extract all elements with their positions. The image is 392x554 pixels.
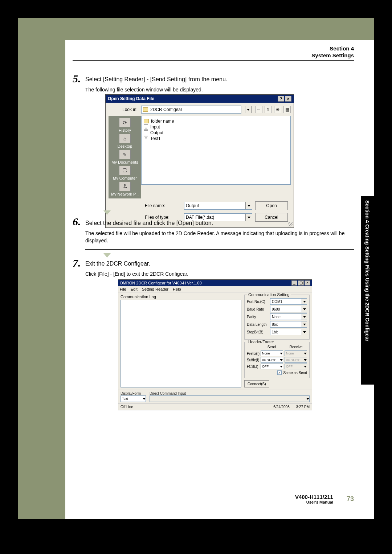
- computer-icon: 🖵: [119, 166, 131, 175]
- communication-log-label: Communication Log: [121, 295, 241, 299]
- step-number: 6.: [73, 216, 81, 228]
- step-title: Select [Setting Reader] - [Send Setting]…: [85, 76, 354, 83]
- step-5: 5. Select [Setting Reader] - [Send Setti…: [85, 76, 354, 94]
- status-connection: Off Line: [121, 405, 133, 409]
- page-footer: V400-H111/211 User's Manual 73: [295, 493, 354, 504]
- close-button[interactable]: ×: [305, 280, 310, 286]
- step-description: The following file selection window will…: [85, 86, 354, 94]
- stop-bit-select[interactable]: 1bit: [270, 329, 307, 335]
- manual-label: User's Manual: [295, 500, 333, 504]
- step-7: 7. Exit the 2DCR Configear. Click [File]…: [85, 260, 354, 278]
- open-setting-data-file-dialog: Open Setting Data File ? × Look in: 2DCR…: [105, 94, 294, 228]
- list-item[interactable]: Test1: [144, 136, 288, 141]
- history-icon: ⟳: [119, 118, 131, 127]
- file-name-input[interactable]: Output: [184, 202, 252, 210]
- menu-setting-reader[interactable]: Setting Reader: [142, 287, 168, 291]
- file-list[interactable]: folder name Input Output Test1: [141, 116, 291, 185]
- place-my-network[interactable]: 🖧My Network P...: [111, 182, 139, 196]
- prefix-receive-select: None: [285, 350, 307, 356]
- network-icon: 🖧: [119, 182, 131, 191]
- file-name-label: File name:: [145, 203, 181, 208]
- nav-newfolder-icon[interactable]: ✳: [274, 106, 281, 113]
- list-item[interactable]: Output: [144, 130, 288, 136]
- page-header: Section 4 System Settings: [311, 45, 354, 58]
- dropdown-button[interactable]: [245, 202, 252, 209]
- header-footer-group: Header/Footer Send Receive Prefix(I) Non…: [244, 342, 310, 378]
- place-history[interactable]: ⟳History: [119, 118, 131, 132]
- look-in-dropdown[interactable]: 2DCR Configear: [141, 106, 241, 114]
- port-no-select[interactable]: COM1: [270, 298, 307, 305]
- parity-select[interactable]: None: [270, 313, 307, 320]
- nav-up-icon[interactable]: ⇧: [265, 106, 272, 113]
- menu-file[interactable]: File: [120, 287, 126, 291]
- dropdown-button[interactable]: [245, 106, 252, 113]
- dialog-title: Open Setting Data File: [108, 96, 154, 101]
- step-title: Exit the 2DCR Configear.: [85, 260, 354, 267]
- group-legend: Header/Footer: [247, 340, 275, 344]
- open-button[interactable]: Open: [255, 201, 288, 210]
- menu-help[interactable]: Help: [173, 287, 181, 291]
- folder-icon: [143, 107, 148, 112]
- place-my-computer[interactable]: 🖵My Computer: [113, 166, 137, 180]
- dialog-title: OMRON 2DCR Configear for V400-H Ver.1.00: [120, 281, 202, 285]
- section-label: Section 4: [311, 45, 354, 52]
- file-icon: [144, 136, 148, 141]
- communication-setting-group: Communication Setting Port No.(C)COM1 Ba…: [244, 295, 310, 340]
- data-length-select[interactable]: 8bit: [270, 321, 307, 328]
- maximize-button[interactable]: ▢: [298, 280, 304, 286]
- same-as-send-checkbox[interactable]: ✓Same as Send: [247, 370, 307, 375]
- configear-main-window: OMRON 2DCR Configear for V400-H Ver.1.00…: [118, 279, 312, 410]
- nav-back-icon[interactable]: ←: [255, 106, 262, 113]
- desktop-icon: ⌂: [119, 134, 131, 143]
- menu-bar: File Edit Setting Reader Help: [118, 286, 312, 292]
- place-desktop[interactable]: ⌂Desktop: [118, 134, 132, 148]
- list-item[interactable]: folder name: [144, 118, 288, 124]
- baud-rate-select[interactable]: 9600: [270, 306, 307, 312]
- direct-command-input: [150, 395, 310, 402]
- display-form-label: DisplayForm: [121, 391, 146, 395]
- direct-command-label: Direct Command Input: [150, 391, 310, 395]
- connect-button[interactable]: Connect(S): [244, 380, 269, 387]
- fcs-receive-select: OFF: [285, 364, 307, 369]
- folder-icon: [144, 119, 149, 123]
- menu-edit[interactable]: Edit: [131, 287, 138, 291]
- status-time: 3:27 PM: [296, 405, 310, 409]
- checkbox-icon: ✓: [277, 370, 282, 375]
- continue-arrow-icon: [103, 210, 111, 215]
- suffix-send-select[interactable]: 0D <CR>: [261, 357, 283, 363]
- suffix-receive-select: 0D <CR>: [285, 357, 307, 363]
- documents-icon: ✎: [119, 150, 131, 159]
- model-number: V400-H111/211: [295, 494, 333, 500]
- step-title: Select the desired file and click the [O…: [85, 220, 354, 226]
- file-icon: [144, 130, 148, 135]
- section-title: System Settings: [311, 52, 354, 58]
- place-my-documents[interactable]: ✎My Documents: [111, 150, 138, 164]
- status-bar: Off Line 6/24/2005 3:27 PM: [118, 403, 312, 410]
- dialog-titlebar: OMRON 2DCR Configear for V400-H Ver.1.00…: [118, 280, 312, 286]
- file-icon: [144, 124, 148, 130]
- minimize-button[interactable]: _: [291, 280, 297, 286]
- separator: [85, 249, 354, 250]
- step-6: 6. Select the desired file and click the…: [85, 210, 354, 258]
- help-button[interactable]: ?: [278, 96, 284, 102]
- display-form-select[interactable]: Text: [121, 395, 146, 402]
- close-button[interactable]: ×: [285, 96, 291, 102]
- look-in-label: Look in:: [109, 107, 138, 112]
- places-bar: ⟳History ⌂Desktop ✎My Documents 🖵My Comp…: [109, 116, 141, 198]
- side-tab: Section 4 Creating Setting Files Using t…: [361, 196, 374, 385]
- prefix-send-select[interactable]: None: [261, 350, 283, 356]
- step-number: 5.: [73, 73, 81, 85]
- page-number: 73: [347, 495, 354, 503]
- step-description: The selected file will be uploaded to th…: [85, 230, 354, 244]
- look-in-value: 2DCR Configear: [150, 107, 182, 112]
- nav-views-icon[interactable]: ▦: [283, 106, 291, 113]
- status-date: 6/24/2005: [273, 405, 290, 409]
- group-legend: Communication Setting: [247, 292, 291, 297]
- step-number: 7.: [73, 257, 81, 269]
- communication-log-box[interactable]: [121, 300, 241, 387]
- fcs-send-select[interactable]: OFF: [261, 364, 283, 369]
- dialog-titlebar: Open Setting Data File ? ×: [106, 95, 294, 103]
- continue-arrow-icon: [103, 253, 111, 258]
- step-description: Click [File] - [End] to exit the 2DCR Co…: [85, 271, 354, 278]
- list-item[interactable]: Input: [144, 124, 288, 130]
